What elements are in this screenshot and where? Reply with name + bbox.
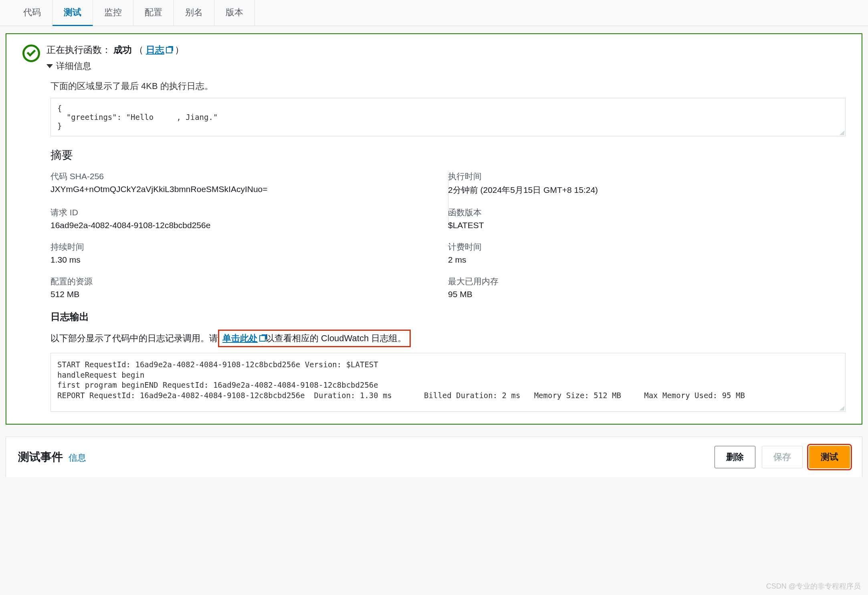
kv-version: 函数版本 $LATEST	[448, 207, 846, 230]
kv-value: 95 MB	[448, 289, 846, 299]
log-preview-text: { "greetings": "Hello , Jiang." }	[57, 104, 218, 130]
details-toggle[interactable]: 详细信息	[46, 60, 846, 72]
test-event-title: 测试事件	[18, 449, 63, 465]
resize-handle-icon[interactable]	[839, 406, 844, 411]
alert-prefix: 正在执行函数：	[46, 44, 111, 56]
kv-key: 执行时间	[448, 171, 846, 182]
kv-key: 最大已用内存	[448, 276, 846, 287]
success-icon	[22, 45, 40, 62]
kv-exec-time: 执行时间 2分钟前 (2024年5月15日 GMT+8 15:24)	[448, 171, 846, 196]
external-link-icon	[166, 47, 172, 53]
log-output-box[interactable]: START RequestId: 16ad9e2a-4082-4084-9108…	[50, 353, 846, 412]
log-preview-output[interactable]: { "greetings": "Hello , Jiang." }	[50, 98, 846, 136]
log-output-suffix: 以查看相应的 CloudWatch 日志组。	[266, 332, 406, 344]
tab-alias[interactable]: 别名	[174, 0, 214, 26]
log-output-title: 日志输出	[50, 310, 846, 323]
test-button[interactable]: 测试	[809, 446, 850, 468]
tab-test[interactable]: 测试	[52, 0, 93, 26]
external-link-icon	[259, 335, 266, 342]
test-event-footer: 测试事件 信息 删除 保存 测试	[6, 437, 862, 477]
tab-config[interactable]: 配置	[133, 0, 174, 26]
execution-result-panel: 正在执行函数： 成功 （ 日志 ） 详细信息 下面的区域显示了最后 4KB 的执…	[6, 33, 862, 425]
delete-button[interactable]: 删除	[715, 446, 755, 468]
highlight-box: 单击此处 以查看相应的 CloudWatch 日志组。	[218, 330, 411, 347]
alert-status: 成功	[113, 44, 132, 56]
kv-duration: 持续时间 1.30 ms	[50, 241, 448, 265]
log-output-prefix: 以下部分显示了代码中的日志记录调用。请	[50, 332, 218, 344]
summary-divider	[448, 171, 448, 225]
kv-resources: 配置的资源 512 MB	[50, 276, 448, 299]
chevron-down-icon	[46, 64, 53, 68]
kv-value: 1.30 ms	[50, 255, 448, 265]
kv-value: JXYmG4+nOtmQJCkY2aVjKkiL3bmnRoeSMSkIAcyI…	[50, 184, 448, 194]
alert-title: 正在执行函数： 成功 （ 日志 ）	[46, 44, 846, 56]
alert-paren-close: ）	[175, 44, 184, 56]
kv-key: 代码 SHA-256	[50, 171, 448, 182]
kv-sha256: 代码 SHA-256 JXYmG4+nOtmQJCkY2aVjKkiL3bmnR…	[50, 171, 448, 196]
log-output-text: START RequestId: 16ad9e2a-4082-4084-9108…	[57, 360, 745, 400]
kv-billed: 计费时间 2 ms	[448, 241, 846, 265]
kv-key: 函数版本	[448, 207, 846, 218]
kv-value: 2分钟前 (2024年5月15日 GMT+8 15:24)	[448, 184, 846, 196]
kv-request-id: 请求 ID 16ad9e2a-4082-4084-9108-12c8bcbd25…	[50, 207, 448, 230]
log-preview-description: 下面的区域显示了最后 4KB 的执行日志。	[50, 80, 846, 92]
kv-key: 请求 ID	[50, 207, 448, 218]
info-link[interactable]: 信息	[69, 452, 86, 464]
logs-link-label: 日志	[146, 44, 164, 56]
tab-monitor[interactable]: 监控	[93, 0, 133, 26]
kv-key: 计费时间	[448, 241, 846, 253]
kv-value: 16ad9e2a-4082-4084-9108-12c8bcbd256e	[50, 221, 448, 230]
summary-title: 摘要	[50, 148, 846, 163]
resize-handle-icon[interactable]	[839, 130, 844, 135]
alert-paren-open: （	[134, 44, 143, 56]
kv-value: 2 ms	[448, 255, 846, 265]
logs-link[interactable]: 日志	[146, 44, 172, 56]
kv-key: 配置的资源	[50, 276, 448, 287]
cloudwatch-link-label: 单击此处	[222, 332, 258, 344]
log-output-description: 以下部分显示了代码中的日志记录调用。请 单击此处 以查看相应的 CloudWat…	[50, 330, 846, 347]
cloudwatch-link[interactable]: 单击此处	[222, 332, 266, 344]
page-tabs: 代码 测试 监控 配置 别名 版本	[0, 0, 868, 26]
tab-version[interactable]: 版本	[214, 0, 255, 26]
kv-value: $LATEST	[448, 221, 846, 230]
tab-code[interactable]: 代码	[12, 0, 52, 26]
summary-grid: 代码 SHA-256 JXYmG4+nOtmQJCkY2aVjKkiL3bmnR…	[50, 171, 846, 299]
save-button[interactable]: 保存	[762, 446, 803, 468]
details-label: 详细信息	[56, 60, 91, 72]
kv-value: 512 MB	[50, 289, 448, 299]
kv-key: 持续时间	[50, 241, 448, 253]
kv-max-memory: 最大已用内存 95 MB	[448, 276, 846, 299]
